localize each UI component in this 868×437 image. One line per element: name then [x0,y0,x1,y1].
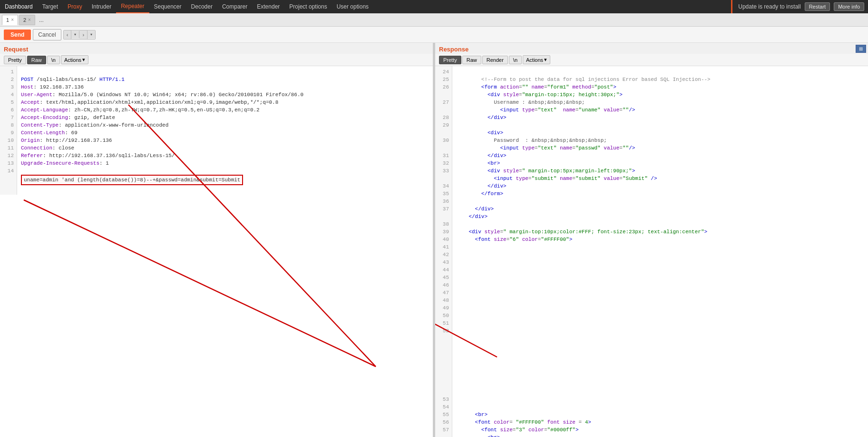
nav-user-options[interactable]: User options [332,0,373,13]
nav-project-options[interactable]: Project options [284,0,332,13]
request-code-area: 12345 678910 11121314 POST /sqli-labs/Le… [0,66,433,437]
request-pretty-btn[interactable]: Pretty [4,56,26,64]
request-line-numbers: 12345 678910 11121314 [0,66,17,195]
response-code-content: <!--Form to post the data for sql inject… [452,66,868,437]
nav-target[interactable]: Target [38,0,63,13]
response-pretty-btn[interactable]: Pretty [439,56,461,64]
response-raw-btn[interactable]: Raw [462,56,481,64]
request-actions-btn[interactable]: Actions ▾ [61,55,88,64]
nav-forward-dropdown[interactable]: ▾ [88,31,95,38]
tab-more[interactable]: ... [36,16,47,24]
restart-button[interactable]: Restart [805,2,830,11]
response-code-area: 242526 27 2829 30 31 3233 34 353637 3839… [435,66,868,437]
nav-forward-button[interactable]: › [79,30,88,39]
response-title: Response [435,43,868,54]
more-info-button[interactable]: More info [834,2,864,11]
nav-intruder[interactable]: Intruder [87,0,116,13]
response-newline-btn[interactable]: \n [509,56,522,64]
response-line-numbers: 242526 27 2829 30 31 3233 34 353637 3839… [435,66,452,437]
nav-dashboard[interactable]: Dashboard [0,0,38,13]
tab-1[interactable]: 1 × [2,15,18,25]
request-newline-btn[interactable]: \n [47,56,60,64]
nav-comparer[interactable]: Comparer [217,0,252,13]
tab-1-close[interactable]: × [11,17,14,22]
nav-repeater[interactable]: Repeater [116,0,149,13]
tab-2-close[interactable]: × [28,17,31,22]
tab-2[interactable]: 2 × [19,15,35,25]
request-raw-btn[interactable]: Raw [27,56,46,64]
nav-extender[interactable]: Extender [252,0,284,13]
response-render-btn[interactable]: Render [482,56,508,64]
send-button[interactable]: Send [4,30,31,40]
update-text: Update is ready to install [738,3,800,10]
nav-back-button[interactable]: ‹ [64,30,72,39]
request-title: Request [0,43,433,54]
request-code-content: POST /sqli-labs/Less-15/ HTTP/1.1 Host: … [17,66,433,195]
response-actions-btn[interactable]: Actions ▾ [523,55,550,64]
nav-proxy[interactable]: Proxy [63,0,87,13]
nav-decoder[interactable]: Decoder [186,0,217,13]
nav-sequencer[interactable]: Sequencer [149,0,186,13]
nav-back-dropdown[interactable]: ▾ [71,31,79,38]
cancel-button[interactable]: Cancel [33,29,61,40]
toggle-layout-button[interactable]: ⊞ [856,45,866,53]
